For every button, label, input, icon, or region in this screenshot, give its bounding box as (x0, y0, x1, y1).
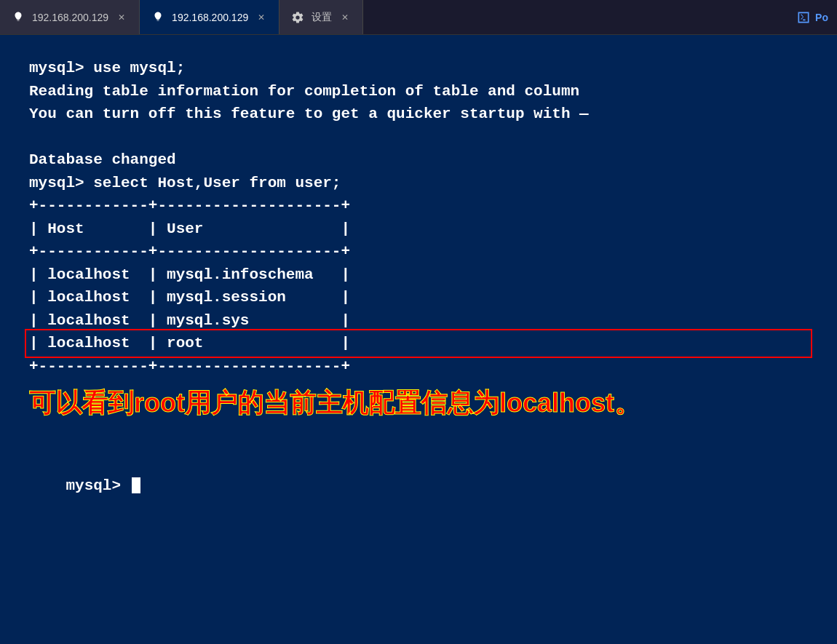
terminal-bottom-line: +------------+--------------------+ (29, 355, 808, 378)
tab-1-label: 192.168.200.129 (32, 12, 108, 23)
highlighted-line: | localhost | root | (29, 332, 808, 355)
terminal-line-7: | Host | User | (29, 218, 808, 241)
tab-2[interactable]: 192.168.200.129 ✕ (140, 0, 279, 34)
powershell-indicator: Po (788, 10, 837, 25)
terminal-line-4: Database changed (29, 148, 808, 172)
terminal-line-11: | localhost | mysql.sys | (29, 309, 808, 333)
powershell-icon (796, 10, 811, 25)
settings-label: 设置 (312, 11, 332, 24)
titlebar: 192.168.200.129 ✕ 192.168.200.129 ✕ 设置 ✕… (0, 0, 837, 35)
empty-line-2 (29, 429, 808, 452)
annotation-text: 可以看到root用户的当前主机配置信息为localhost。 (29, 383, 808, 423)
highlighted-row-container: | localhost | root | (29, 332, 808, 355)
terminal-prompt: mysql> (29, 452, 808, 521)
terminal-line-10: | localhost | mysql.session | (29, 286, 808, 309)
prompt-text: mysql> (66, 477, 130, 494)
terminal-line-3: You can turn off this feature to get a q… (29, 103, 808, 126)
settings-close[interactable]: ✕ (339, 12, 351, 23)
terminal-line-2: Reading table information for completion… (29, 80, 808, 103)
empty-line-1 (29, 126, 808, 149)
powershell-label: Po (815, 12, 828, 23)
terminal-line-1: mysql> use mysql; (29, 57, 808, 80)
terminal-line-9: | localhost | mysql.infoschema | (29, 263, 808, 287)
tab-1[interactable]: 192.168.200.129 ✕ (0, 0, 140, 34)
tab-1-close[interactable]: ✕ (116, 12, 127, 23)
tab-2-label: 192.168.200.129 (172, 12, 248, 23)
gear-icon (291, 11, 304, 24)
linux-icon-1 (12, 11, 25, 24)
cursor (132, 477, 140, 493)
terminal-content[interactable]: mysql> use mysql; Reading table informat… (0, 35, 837, 644)
terminal-line-6: +------------+--------------------+ (29, 194, 808, 218)
tab-2-close[interactable]: ✕ (255, 12, 267, 23)
terminal-line-8: +------------+--------------------+ (29, 240, 808, 263)
linux-icon-2 (151, 11, 164, 24)
terminal-line-5: mysql> select Host,User from user; (29, 172, 808, 195)
settings-tab[interactable]: 设置 ✕ (279, 0, 363, 34)
